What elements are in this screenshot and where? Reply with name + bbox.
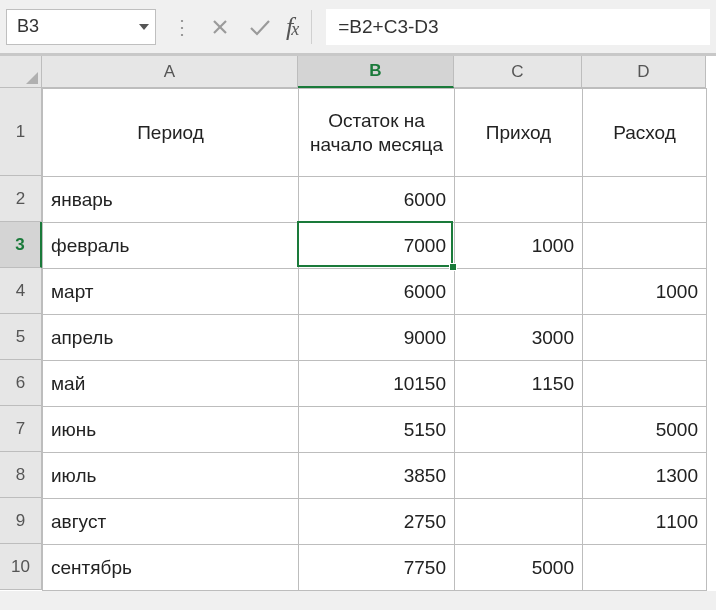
fill-handle[interactable] — [449, 263, 457, 271]
cell-D6[interactable] — [583, 361, 707, 407]
cell-C6[interactable]: 1150 — [455, 361, 583, 407]
formula-text: =B2+C3-D3 — [338, 16, 438, 38]
cell-A9[interactable]: август — [43, 499, 299, 545]
row-header-1[interactable]: 1 — [0, 88, 42, 176]
cell-C4[interactable] — [455, 269, 583, 315]
formula-input[interactable]: =B2+C3-D3 — [326, 9, 710, 45]
vertical-dots-icon: ⋮ — [172, 15, 190, 39]
cell-D8[interactable]: 1300 — [583, 453, 707, 499]
name-box[interactable]: B3 — [6, 9, 156, 45]
cell-C5[interactable]: 3000 — [455, 315, 583, 361]
cancel-icon[interactable] — [200, 9, 240, 45]
cell-C7[interactable] — [455, 407, 583, 453]
cell-B4[interactable]: 6000 — [299, 269, 455, 315]
col-header-C[interactable]: C — [454, 56, 582, 88]
cell-D10[interactable] — [583, 545, 707, 591]
cell-B10[interactable]: 7750 — [299, 545, 455, 591]
row-header-6[interactable]: 6 — [0, 360, 42, 406]
separator — [311, 10, 312, 44]
cell-C1[interactable]: Приход — [455, 89, 583, 177]
cell-A3[interactable]: февраль — [43, 223, 299, 269]
col-headers: ABCD — [42, 56, 707, 88]
enter-icon[interactable] — [240, 9, 280, 45]
row-header-2[interactable]: 2 — [0, 176, 42, 222]
cell-C2[interactable] — [455, 177, 583, 223]
cell-B5[interactable]: 9000 — [299, 315, 455, 361]
cell-D2[interactable] — [583, 177, 707, 223]
cell-C3[interactable]: 1000 — [455, 223, 583, 269]
col-header-D[interactable]: D — [582, 56, 706, 88]
cell-C9[interactable] — [455, 499, 583, 545]
row-header-8[interactable]: 8 — [0, 452, 42, 498]
cell-D3[interactable] — [583, 223, 707, 269]
cell-B2[interactable]: 6000 — [299, 177, 455, 223]
cells-area[interactable]: ПериодОстаток на начало месяцаПриходРасх… — [42, 88, 707, 591]
row-header-9[interactable]: 9 — [0, 498, 42, 544]
cell-A2[interactable]: январь — [43, 177, 299, 223]
cell-B9[interactable]: 2750 — [299, 499, 455, 545]
row-header-3[interactable]: 3 — [0, 222, 42, 268]
col-header-B[interactable]: B — [298, 56, 454, 88]
cell-B1[interactable]: Остаток на начало месяца — [299, 89, 455, 177]
cell-D4[interactable]: 1000 — [583, 269, 707, 315]
cell-C10[interactable]: 5000 — [455, 545, 583, 591]
cell-B7[interactable]: 5150 — [299, 407, 455, 453]
cell-A8[interactable]: июль — [43, 453, 299, 499]
spreadsheet-grid: 12345678910 ABCD ПериодОстаток на начало… — [0, 56, 716, 591]
row-header-5[interactable]: 5 — [0, 314, 42, 360]
cell-B8[interactable]: 3850 — [299, 453, 455, 499]
row-header-4[interactable]: 4 — [0, 268, 42, 314]
cell-A7[interactable]: июнь — [43, 407, 299, 453]
col-header-A[interactable]: A — [42, 56, 298, 88]
cell-D9[interactable]: 1100 — [583, 499, 707, 545]
cell-A6[interactable]: май — [43, 361, 299, 407]
row-header-10[interactable]: 10 — [0, 544, 42, 590]
cell-B3[interactable]: 7000 — [299, 223, 455, 269]
cell-A10[interactable]: сентябрь — [43, 545, 299, 591]
row-header-7[interactable]: 7 — [0, 406, 42, 452]
name-box-value: B3 — [17, 16, 39, 37]
cell-C8[interactable] — [455, 453, 583, 499]
name-box-dropdown-icon[interactable] — [139, 24, 149, 30]
cell-D7[interactable]: 5000 — [583, 407, 707, 453]
cell-B6[interactable]: 10150 — [299, 361, 455, 407]
select-all-corner[interactable] — [0, 56, 42, 88]
formula-bar: B3 ⋮ fx =B2+C3-D3 — [0, 0, 716, 56]
cell-A5[interactable]: апрель — [43, 315, 299, 361]
fx-icon[interactable]: fx — [280, 12, 305, 42]
cell-A1[interactable]: Период — [43, 89, 299, 177]
cell-D5[interactable] — [583, 315, 707, 361]
cell-A4[interactable]: март — [43, 269, 299, 315]
row-headers: 12345678910 — [0, 88, 42, 590]
cell-D1[interactable]: Расход — [583, 89, 707, 177]
